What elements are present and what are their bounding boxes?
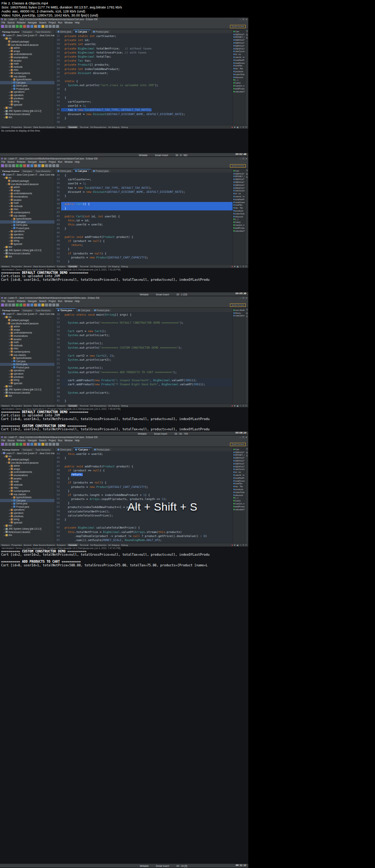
tree-item-referenced-libraries[interactable]: ▸Referenced Libraries — [0, 113, 55, 116]
editor-tab-demo-java[interactable]: J*Demo.java✕ — [56, 308, 76, 312]
tree-item-string[interactable]: ▸string — [0, 239, 55, 242]
back-icon[interactable] — [52, 443, 55, 446]
new-wizard-icon[interactable] — [1, 304, 4, 306]
code-line[interactable]: 32 { — [55, 173, 233, 177]
bottom-tab-git-repositories[interactable]: Git Repositories — [90, 404, 106, 407]
bottom-tab-servers[interactable]: Servers — [24, 404, 31, 407]
search-icon[interactable] — [41, 25, 44, 28]
tree-item-admin[interactable]: ▸admin — [0, 464, 55, 467]
tree-item-doc[interactable]: ▸doc — [0, 115, 55, 119]
outline-item[interactable]: id : int — [233, 192, 245, 195]
bottom-tab-data-source-explorer[interactable]: Data Source Explorer — [33, 404, 55, 407]
tree-item-arrays[interactable]: ▸arrays — [0, 189, 55, 192]
outline-item[interactable]: Cart() — [233, 499, 245, 502]
debug-icon[interactable] — [16, 164, 19, 167]
outline-item[interactable]: tax : Tax — [233, 206, 245, 209]
bottom-tab-properties[interactable]: Properties — [11, 265, 22, 268]
code-line[interactable]: 19 — [55, 350, 233, 354]
editor-tab-product-java[interactable]: JProduct.java — [92, 309, 111, 312]
code-line[interactable]: 13 — [55, 325, 233, 329]
menu-project[interactable]: Project — [49, 161, 56, 163]
debug-icon[interactable] — [16, 304, 19, 306]
outline-item[interactable]: discount — [233, 215, 245, 218]
tree-item-product-java[interactable]: ▸Product.java — [0, 505, 55, 508]
code-line[interactable]: 12 System.out.println("========== DEFAUL… — [55, 321, 233, 325]
outline-item[interactable]: userId : int — [233, 195, 245, 198]
last-edit-icon[interactable] — [49, 304, 52, 306]
outline-item[interactable]: cartCounter — [233, 468, 245, 471]
tree-item-oop-classes[interactable]: ▾oop.classes — [0, 75, 55, 78]
tree-item-operations[interactable]: ▸operations — [0, 369, 55, 372]
code-line[interactable]: 62 private BigDecimal calculateTotalNetP… — [55, 526, 233, 530]
tree-item-admin[interactable]: ▸admin — [0, 325, 55, 328]
outline-item[interactable]: DEAFULT_DISCOUNT_RATE — [233, 187, 245, 190]
open-type-icon[interactable] — [38, 443, 41, 446]
code-line[interactable]: 31 — [55, 92, 233, 96]
outline-item[interactable]: addProduct(Product) : void — [233, 227, 245, 229]
outline-item[interactable]: calculateTotalNetPrice() — [233, 90, 245, 93]
new-package-icon[interactable] — [34, 25, 37, 28]
remove-launch-icon[interactable]: ✖ — [234, 265, 236, 268]
code-line[interactable]: 51 if (products == null) { — [55, 251, 233, 255]
tree-item-string[interactable]: ▸string — [0, 378, 55, 382]
new-class-icon[interactable] — [30, 304, 33, 306]
code-line[interactable]: 44 this.userId = userId; — [55, 452, 233, 456]
code-line[interactable]: 34 userId = 1; — [55, 104, 233, 108]
editor-tab-cart-java[interactable]: JCart.java✕ — [73, 169, 91, 173]
editor-tab-cart-java[interactable]: JCart.java — [76, 309, 92, 312]
tree-item-javadoc[interactable]: ▸javadoc — [0, 198, 55, 202]
tree-item-typecast[interactable]: ▸typecast — [0, 103, 55, 106]
outline-item[interactable]: indexToAddNewProduct — [233, 491, 245, 494]
tree-item-typesofclasses[interactable]: ▸typesofclasses — [0, 356, 55, 360]
tree-item-cart-java[interactable]: ▸Cart.java — [0, 81, 55, 84]
code-editor[interactable]: 44 this.userId = userId;45 }4647 public … — [55, 451, 233, 543]
run-icon[interactable] — [19, 443, 22, 446]
bottom-tab-debug[interactable]: Debug — [121, 126, 128, 128]
remove-launch-icon[interactable]: ✖ — [234, 544, 236, 546]
tree-item-numbersystems[interactable]: ▸numbersystems — [0, 350, 55, 353]
tree-item-product-java[interactable]: ▸Product.java — [0, 366, 55, 369]
bottom-tab-console[interactable]: Console — [67, 404, 78, 407]
quick-access-box[interactable]: Quick Access — [230, 443, 246, 446]
menu-window[interactable]: Window — [64, 21, 73, 24]
view-tab-type-hierarchy[interactable]: Type Hierarchy — [34, 30, 52, 33]
bottom-tab-servers[interactable]: Servers — [24, 265, 31, 268]
quick-access-box[interactable]: Quick Access — [230, 25, 246, 28]
open-type-icon[interactable] — [38, 304, 41, 306]
tree-item-javadoc[interactable]: ▸javadoc — [0, 59, 55, 62]
code-line[interactable]: 45 } — [55, 456, 233, 460]
new-package-icon[interactable] — [34, 304, 37, 306]
editor-tab-product-java[interactable]: JProduct.java — [92, 448, 111, 451]
tree-item-operations[interactable]: ▸operations — [0, 508, 55, 512]
close-icon[interactable]: ✕ — [89, 449, 90, 450]
menu-refactor[interactable]: Refactor — [17, 439, 26, 442]
code-line[interactable]: 15 System.out.println(cart); — [55, 333, 233, 337]
code-line[interactable]: 45 } — [55, 227, 233, 231]
code-line[interactable]: 26 private Discount discount; — [55, 71, 233, 75]
menu-help[interactable]: Help — [75, 21, 79, 24]
task-list-icon[interactable]: ☰ — [246, 37, 248, 39]
coverage-icon[interactable] — [23, 304, 26, 306]
bottom-tab-terminal[interactable]: Terminal — [80, 544, 88, 546]
remove-launch-icon[interactable]: ✖ — [234, 405, 236, 407]
outline-item[interactable]: tax : Tax — [233, 485, 245, 488]
tree-item-default-package[interactable]: (default package) — [0, 179, 55, 183]
view-tab-package-explorer[interactable]: Package Explorer — [1, 30, 21, 33]
code-line[interactable]: 29 System.out.println("Cart.class is upl… — [55, 83, 233, 87]
code-line[interactable]: 24 System.out.println("========== ADD PR… — [55, 370, 233, 374]
code-line[interactable]: 35 tax = new Tax(DEFAULT_TAX_TYPE, DEFAU… — [55, 108, 233, 112]
code-line[interactable]: 64 .mapToDouble(product -> product != nu… — [55, 534, 233, 538]
outline-item[interactable]: DEFAULT_TAX_RATE — [233, 181, 245, 184]
tree-item-controlstatements[interactable]: ▸controlstatements — [0, 331, 55, 335]
code-line[interactable]: 46 — [55, 231, 233, 235]
tree-item-javadoc[interactable]: ▸javadoc — [0, 338, 55, 341]
outline-item[interactable]: totalGrossPrice — [233, 62, 245, 65]
outline-item[interactable]: Cart — [233, 169, 245, 172]
tree-item-default-package[interactable]: (default package) — [0, 319, 55, 322]
outline-item[interactable]: Cart() — [233, 221, 245, 224]
bottom-tab-terminal[interactable]: Terminal — [80, 126, 88, 128]
print-icon[interactable] — [12, 443, 15, 446]
menu-project[interactable]: Project — [49, 300, 56, 302]
clear-console-icon[interactable]: ▣ — [237, 265, 238, 268]
minimize-button[interactable]: – — [240, 18, 241, 21]
